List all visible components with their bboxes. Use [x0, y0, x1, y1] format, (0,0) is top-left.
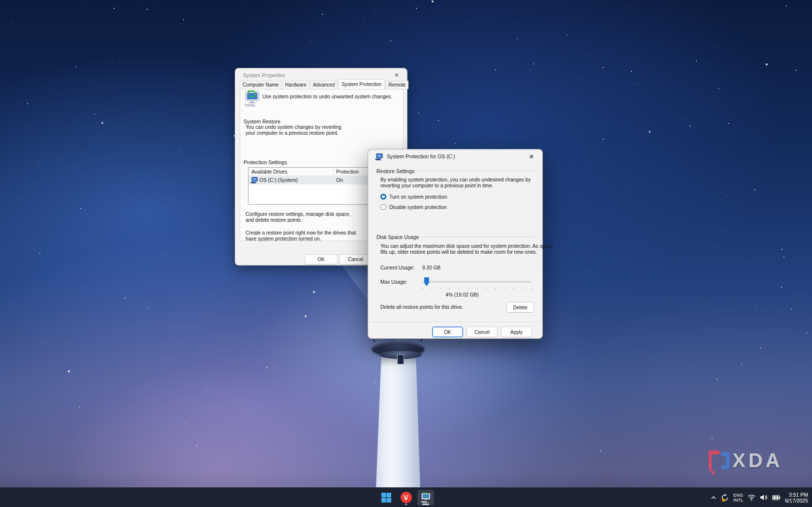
group-divider: [417, 237, 534, 237]
drive-icon: [250, 177, 258, 183]
volume-icon[interactable]: [760, 494, 768, 501]
text-line: You can undo system changes by reverting: [246, 124, 341, 130]
tab-hardware[interactable]: Hardware: [282, 81, 309, 89]
vivaldi-browser-button[interactable]: V: [398, 490, 414, 506]
system-restore-group-label: System Restore: [244, 119, 281, 124]
tab-system-protection[interactable]: System Protection: [338, 79, 385, 89]
protection-dialog-titlebar[interactable]: System Protection for OS (C:) ✕: [368, 149, 542, 164]
radio-label[interactable]: Turn on system protection: [389, 194, 447, 200]
max-usage-slider[interactable]: [422, 276, 531, 286]
vivaldi-icon: V: [401, 492, 412, 503]
ok-button[interactable]: OK: [305, 254, 338, 265]
system-tray: ENG INTL 3:51 PM 6/17/2025: [711, 488, 808, 507]
hidden-icons-chevron-icon[interactable]: [711, 495, 717, 500]
dialog-title: System Protection for OS (C:): [387, 153, 455, 159]
time: 3:51 PM: [785, 492, 808, 498]
notification-dot: [722, 499, 725, 502]
delete-restore-points-text: Delete all restore points for this drive…: [380, 304, 463, 310]
system-restore-app-icon: [420, 492, 432, 503]
windows-logo-icon: [381, 492, 392, 503]
group-divider: [414, 171, 534, 171]
system-properties-taskbar-button[interactable]: [417, 490, 434, 506]
lighthouse: [369, 336, 428, 488]
running-indicator: [405, 504, 407, 505]
taskbar: V ENG: [0, 487, 812, 507]
dialog-title: System Properties: [243, 72, 285, 78]
xda-logo-text: XDA: [732, 449, 782, 472]
lighthouse-window: [397, 355, 404, 364]
text-line: reverting your computer to a previous po…: [380, 183, 531, 189]
radio-turn-on-protection[interactable]: Turn on system protection: [380, 194, 447, 200]
column-available-drives[interactable]: Available Drives: [251, 169, 287, 175]
max-usage-label: Max Usage:: [380, 279, 407, 285]
vivaldi-letter: V: [404, 494, 408, 502]
battery-icon[interactable]: [772, 495, 781, 501]
close-icon[interactable]: ✕: [528, 153, 535, 161]
star-field-bright: [0, 0, 1, 1]
column-protection[interactable]: Protection: [336, 169, 359, 175]
close-icon[interactable]: ✕: [393, 72, 401, 80]
system-restore-icon: [243, 90, 261, 107]
radio-selected-icon[interactable]: [380, 194, 386, 200]
text-line: Create a restore point right now for the…: [246, 230, 356, 236]
wifi-icon[interactable]: [748, 494, 755, 501]
language-indicator[interactable]: ENG INTL: [733, 493, 743, 503]
xda-brackets-icon: [705, 448, 732, 479]
text-line: have system protection turned on.: [246, 236, 356, 242]
radio-unselected-icon[interactable]: [380, 204, 386, 210]
text-line: You can adjust the maximum disk space us…: [380, 243, 553, 249]
language-line2: INTL: [733, 498, 743, 503]
radio-label[interactable]: Disable system protection: [389, 205, 447, 210]
column-divider: [333, 169, 334, 175]
slider-track[interactable]: [422, 281, 531, 283]
restore-settings-description: By enabling system protection, you can u…: [380, 177, 531, 188]
tab-page-header-text: Use system protection to undo unwanted s…: [262, 94, 392, 99]
drive-name: OS (C:) (System): [259, 178, 298, 183]
footer-divider: [368, 322, 542, 322]
text-line: By enabling system protection, you can u…: [380, 177, 531, 183]
restore-settings-group-label: Restore Settings: [376, 168, 415, 174]
text-line: your computer to a previous restore poin…: [246, 130, 341, 136]
computer-icon: [375, 153, 383, 160]
text-line: Configure restore settings, manage disk …: [246, 211, 350, 217]
current-usage-value: 9.30 GB: [422, 265, 440, 271]
protection-settings-group-label: Protection Settings: [244, 159, 287, 165]
max-usage-value: 4% (19.02 GB): [413, 292, 511, 298]
text-line: fills up, older restore points will be d…: [380, 249, 553, 255]
xda-watermark: XDA: [705, 448, 798, 479]
tab-advanced[interactable]: Advanced: [310, 81, 338, 89]
disk-space-group-label: Disk Space Usage: [376, 234, 419, 240]
apply-button[interactable]: Apply: [501, 327, 532, 337]
update-sync-icon[interactable]: [721, 494, 729, 502]
delete-button[interactable]: Delete: [506, 302, 534, 313]
date: 6/17/2025: [785, 498, 808, 504]
text-line: and delete restore points.: [246, 217, 350, 223]
drive-protection-status: On: [336, 178, 343, 183]
active-window-indicator: [422, 504, 429, 505]
system-restore-description: You can undo system changes by reverting…: [246, 124, 341, 136]
disk-space-description: You can adjust the maximum disk space us…: [380, 243, 553, 255]
cancel-button[interactable]: Cancel: [339, 254, 372, 265]
create-description: Create a restore point right now for the…: [246, 230, 356, 241]
start-button[interactable]: [378, 490, 395, 506]
tab-strip: Computer Name Hardware Advanced System P…: [240, 79, 409, 89]
clock[interactable]: 3:51 PM 6/17/2025: [785, 492, 808, 504]
cancel-button[interactable]: Cancel: [467, 327, 498, 337]
slider-ticks: [422, 288, 532, 289]
max-usage-slider-thumb[interactable]: [424, 277, 429, 286]
lighthouse-tower: [369, 354, 428, 488]
current-usage-label: Current Usage:: [380, 265, 414, 271]
taskbar-center-icons: V: [378, 488, 434, 507]
lighthouse-gallery-ring: [372, 342, 425, 356]
language-line1: ENG: [733, 493, 743, 498]
tab-computer-name[interactable]: Computer Name: [240, 81, 281, 89]
tab-remote[interactable]: Remote: [385, 81, 408, 89]
configure-description: Configure restore settings, manage disk …: [246, 211, 350, 223]
ok-button[interactable]: OK: [432, 327, 463, 337]
radio-disable-protection[interactable]: Disable system protection: [380, 204, 447, 210]
system-protection-dialog: System Protection for OS (C:) ✕ Restore …: [368, 149, 543, 339]
